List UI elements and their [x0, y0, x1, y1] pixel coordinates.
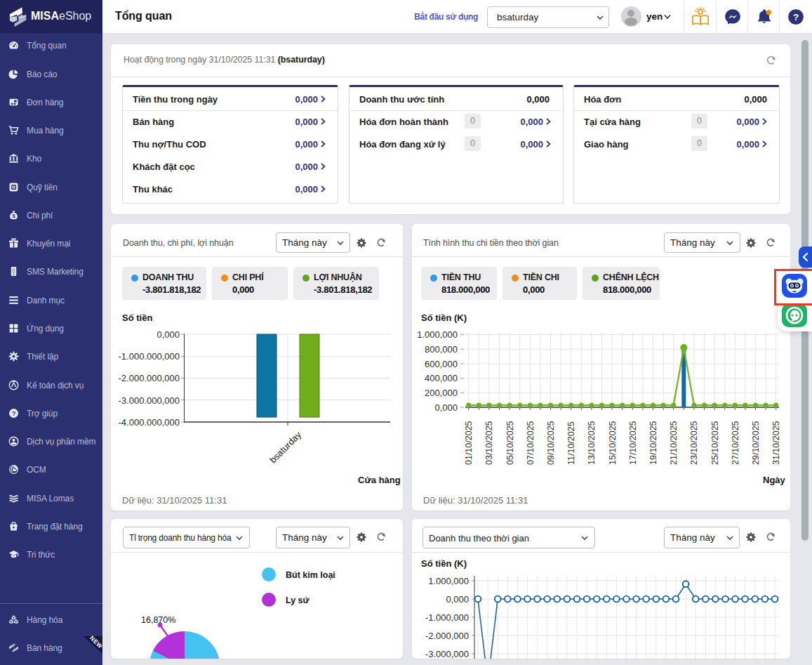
svg-text:-3.000,000: -3.000,000	[425, 649, 469, 659]
svg-text:bsaturday: bsaturday	[267, 429, 303, 465]
svg-text:31/10/2025: 31/10/2025	[771, 421, 781, 465]
svg-text:-1.000.000,000: -1.000.000,000	[119, 351, 180, 362]
svg-text:27/10/2025: 27/10/2025	[731, 421, 740, 465]
svg-text:0,000: 0,000	[157, 329, 180, 340]
svg-text:-3.000.000,000: -3.000.000,000	[119, 395, 180, 406]
svg-text:1.000,000: 1.000,000	[428, 576, 469, 586]
svg-text:0,000: 0,000	[434, 402, 458, 413]
svg-text:07/10/2025: 07/10/2025	[526, 421, 535, 465]
svg-text:29/10/2025: 29/10/2025	[751, 421, 761, 465]
svg-text:11/10/2025: 11/10/2025	[566, 421, 576, 465]
svg-text:-2.000.000,000: -2.000.000,000	[119, 373, 180, 383]
svg-text:21/10/2025: 21/10/2025	[669, 421, 679, 465]
svg-text:05/10/2025: 05/10/2025	[505, 421, 515, 465]
svg-text:-1.000,000: -1.000,000	[425, 612, 469, 623]
svg-text:1.000,000: 1.000,000	[417, 329, 458, 340]
svg-text:600,000: 600,000	[425, 359, 458, 369]
svg-text:800,000: 800,000	[425, 344, 458, 355]
svg-text:-2.000,000: -2.000,000	[425, 631, 469, 641]
svg-text:16,870%: 16,870%	[141, 615, 175, 625]
svg-text:19/10/2025: 19/10/2025	[648, 421, 658, 465]
svg-text:200,000: 200,000	[425, 388, 458, 398]
svg-text:15/10/2025: 15/10/2025	[608, 421, 618, 465]
svg-text:25/10/2025: 25/10/2025	[710, 421, 720, 465]
svg-text:-4.000.000,000: -4.000.000,000	[119, 417, 180, 428]
svg-text:17/10/2025: 17/10/2025	[628, 421, 638, 465]
svg-text:23/10/2025: 23/10/2025	[689, 421, 699, 465]
svg-text:13/10/2025: 13/10/2025	[587, 421, 597, 465]
svg-text:?: ?	[12, 410, 16, 417]
svg-text:?: ?	[793, 12, 799, 22]
svg-text:0,000: 0,000	[446, 594, 469, 605]
svg-text:03/10/2025: 03/10/2025	[484, 421, 494, 465]
svg-text:09/10/2025: 09/10/2025	[546, 421, 556, 465]
svg-text:01/10/2025: 01/10/2025	[464, 421, 474, 465]
svg-text:400,000: 400,000	[425, 373, 458, 383]
